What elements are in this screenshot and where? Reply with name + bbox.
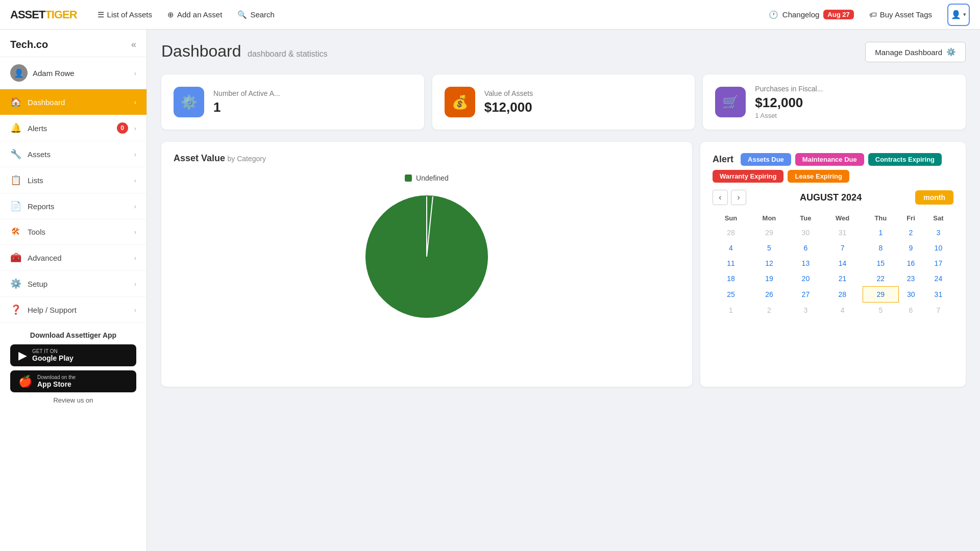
cal-cell[interactable]: 15 [863, 256, 898, 271]
cal-cell[interactable]: 17 [923, 256, 953, 271]
alert-badge: 0 [117, 122, 128, 134]
cal-cell[interactable]: 24 [923, 271, 953, 287]
sidebar-item-advanced[interactable]: 🧰 Advanced › [0, 245, 146, 271]
search-icon: 🔍 [237, 10, 247, 19]
download-title: Download Assettiger App [10, 331, 136, 339]
changelog-btn[interactable]: 🕐 Changelog Aug 27 [769, 10, 854, 19]
nav-add-asset[interactable]: ⊕ Add an Asset [167, 10, 222, 19]
chart-title: Asset Value [174, 153, 225, 163]
cal-cell[interactable]: 3 [923, 225, 953, 240]
cal-cell[interactable]: 6 [789, 240, 822, 256]
sidebar-user[interactable]: 👤 Adam Rowe › [0, 57, 146, 89]
main-content: Dashboard dashboard & statistics Manage … [147, 30, 980, 551]
sidebar-item-label: Dashboard [28, 98, 128, 107]
cal-prev-btn[interactable]: ‹ [713, 190, 728, 205]
cal-week-4: 25262728293031 [713, 287, 953, 303]
cal-cell[interactable]: 8 [863, 240, 898, 256]
cal-cell: 28 [713, 225, 749, 240]
cal-cell[interactable]: 25 [713, 287, 749, 303]
list-icon: ☰ [97, 10, 104, 19]
cal-cell[interactable]: 9 [898, 240, 923, 256]
sidebar-item-label: Alerts [28, 124, 111, 133]
cal-cell[interactable]: 10 [923, 240, 953, 256]
cal-cell[interactable]: 21 [822, 271, 863, 287]
cal-next-btn[interactable]: › [731, 190, 746, 205]
google-play-label-big: Google Play [32, 354, 74, 362]
sidebar-item-tools[interactable]: 🛠 Tools › [0, 219, 146, 245]
cal-cell[interactable]: 13 [789, 256, 822, 271]
cal-week-3: 18192021222324 [713, 271, 953, 287]
chart-card: Asset Value by Category Undefined [161, 142, 692, 387]
cal-cell[interactable]: 28 [822, 287, 863, 303]
app-store-label-small: Download on the [37, 374, 76, 380]
tools-icon: 🛠 [10, 227, 21, 237]
logo[interactable]: ASSETTIGER [10, 8, 77, 21]
filter-assets-due[interactable]: Assets Due [741, 153, 791, 166]
sidebar-item-label: Advanced [28, 254, 128, 262]
cal-cell[interactable]: 14 [822, 256, 863, 271]
stat-label-2: Purchases in Fiscal... [755, 85, 823, 93]
sidebar-item-help[interactable]: ❓ Help / Support › [0, 297, 146, 323]
cal-cell[interactable]: 2 [898, 225, 923, 240]
sidebar-header: Tech.co « [0, 30, 146, 57]
cal-cell[interactable]: 20 [789, 271, 822, 287]
filter-maintenance-due[interactable]: Maintenance Due [795, 153, 864, 166]
cal-cell[interactable]: 7 [822, 240, 863, 256]
manage-dashboard-btn[interactable]: Manage Dashboard ⚙️ [865, 42, 966, 62]
cal-cell[interactable]: 11 [713, 256, 749, 271]
cal-cell[interactable]: 12 [749, 256, 789, 271]
cal-cell[interactable]: 26 [749, 287, 789, 303]
cal-day-header-thu: Thu [863, 211, 898, 225]
cal-cell[interactable]: 27 [789, 287, 822, 303]
cal-cell[interactable]: 29 [863, 287, 898, 303]
cal-cell[interactable]: 18 [713, 271, 749, 287]
nav-arrow-icon: › [134, 177, 136, 184]
buy-tags-btn[interactable]: 🏷 Buy Asset Tags [869, 10, 932, 19]
cal-cell[interactable]: 16 [898, 256, 923, 271]
cal-day-header-mon: Mon [749, 211, 789, 225]
nav-arrow-icon: › [134, 254, 136, 262]
cal-week-5: 1234567 [713, 303, 953, 318]
cal-cell[interactable]: 1 [863, 225, 898, 240]
cal-cell[interactable]: 22 [863, 271, 898, 287]
filter-contracts-expiring[interactable]: Contracts Expiring [868, 153, 942, 166]
reports-icon: 📄 [10, 201, 21, 212]
sidebar-item-alerts[interactable]: 🔔 Alerts 0 › [0, 115, 146, 141]
sidebar-item-reports[interactable]: 📄 Reports › [0, 193, 146, 219]
app-store-btn[interactable]: 🍎 Download on the App Store [10, 370, 136, 392]
sidebar-item-dashboard[interactable]: 🏠 Dashboard › [0, 89, 146, 115]
nav-list-assets[interactable]: ☰ List of Assets [97, 10, 152, 19]
setup-icon: ⚙️ [10, 278, 21, 289]
nav-search[interactable]: 🔍 Search [237, 10, 275, 19]
page-title: Dashboard [161, 42, 241, 60]
filter-lease-expiring[interactable]: Lease Expiring [788, 170, 849, 183]
cal-cell[interactable]: 30 [898, 287, 923, 303]
alerts-icon: 🔔 [10, 122, 21, 134]
stat-info-1: Value of Assets $12,000 [484, 89, 533, 115]
avatar: 👤 [10, 64, 28, 82]
cal-cell[interactable]: 31 [923, 287, 953, 303]
sidebar-collapse-btn[interactable]: « [131, 39, 136, 50]
cal-day-header-tue: Tue [789, 211, 822, 225]
stat-icon-0: ⚙️ [174, 87, 204, 117]
cal-cell[interactable]: 19 [749, 271, 789, 287]
sidebar-nav: 🏠 Dashboard › 🔔 Alerts 0 › 🔧 Assets › 📋 … [0, 89, 146, 323]
sidebar-item-assets[interactable]: 🔧 Assets › [0, 141, 146, 167]
pie-chart-container: Undefined [174, 174, 680, 328]
page-title-block: Dashboard dashboard & statistics [161, 42, 328, 61]
clock-icon: 🕐 [769, 10, 778, 19]
nav-arrow-icon: › [134, 151, 136, 158]
stat-value-1: $12,000 [484, 99, 533, 115]
sidebar-company: Tech.co [10, 39, 48, 51]
page-subtitle: dashboard & statistics [248, 49, 328, 58]
chart-legend-item: Undefined [405, 174, 449, 182]
filter-warranty-expiring[interactable]: Warranty Expiring [713, 170, 783, 183]
profile-btn[interactable]: 👤 ▾ [947, 4, 970, 26]
cal-cell[interactable]: 23 [898, 271, 923, 287]
sidebar-item-lists[interactable]: 📋 Lists › [0, 167, 146, 193]
cal-cell[interactable]: 5 [749, 240, 789, 256]
google-play-btn[interactable]: ▶ GET IT ON Google Play [10, 344, 136, 366]
sidebar-item-setup[interactable]: ⚙️ Setup › [0, 271, 146, 297]
cal-view-btn[interactable]: month [915, 190, 953, 205]
cal-cell[interactable]: 4 [713, 240, 749, 256]
